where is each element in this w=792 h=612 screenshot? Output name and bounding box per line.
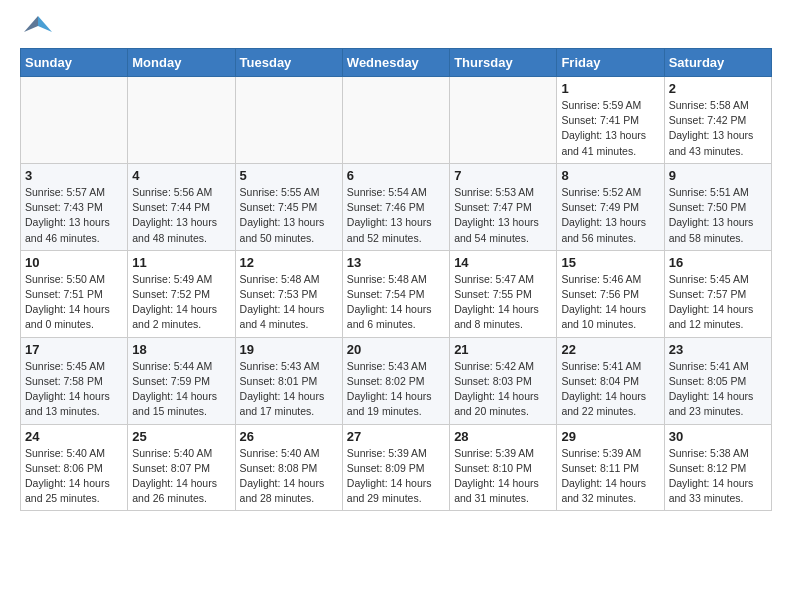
cell-info: Sunrise: 5:48 AM Sunset: 7:54 PM Dayligh…	[347, 272, 445, 333]
cell-info: Sunrise: 5:47 AM Sunset: 7:55 PM Dayligh…	[454, 272, 552, 333]
day-number: 24	[25, 429, 123, 444]
calendar-cell	[21, 77, 128, 164]
day-number: 26	[240, 429, 338, 444]
cell-info: Sunrise: 5:39 AM Sunset: 8:11 PM Dayligh…	[561, 446, 659, 507]
day-number: 27	[347, 429, 445, 444]
calendar-cell: 15Sunrise: 5:46 AM Sunset: 7:56 PM Dayli…	[557, 250, 664, 337]
calendar-cell: 26Sunrise: 5:40 AM Sunset: 8:08 PM Dayli…	[235, 424, 342, 511]
day-number: 22	[561, 342, 659, 357]
day-number: 17	[25, 342, 123, 357]
calendar-cell: 25Sunrise: 5:40 AM Sunset: 8:07 PM Dayli…	[128, 424, 235, 511]
cell-info: Sunrise: 5:39 AM Sunset: 8:09 PM Dayligh…	[347, 446, 445, 507]
calendar-cell: 18Sunrise: 5:44 AM Sunset: 7:59 PM Dayli…	[128, 337, 235, 424]
cell-info: Sunrise: 5:42 AM Sunset: 8:03 PM Dayligh…	[454, 359, 552, 420]
calendar-cell	[450, 77, 557, 164]
weekday-header-saturday: Saturday	[664, 49, 771, 77]
calendar-cell: 20Sunrise: 5:43 AM Sunset: 8:02 PM Dayli…	[342, 337, 449, 424]
calendar-cell: 17Sunrise: 5:45 AM Sunset: 7:58 PM Dayli…	[21, 337, 128, 424]
cell-info: Sunrise: 5:45 AM Sunset: 7:57 PM Dayligh…	[669, 272, 767, 333]
calendar-cell: 30Sunrise: 5:38 AM Sunset: 8:12 PM Dayli…	[664, 424, 771, 511]
day-number: 10	[25, 255, 123, 270]
calendar-cell: 11Sunrise: 5:49 AM Sunset: 7:52 PM Dayli…	[128, 250, 235, 337]
calendar-cell: 16Sunrise: 5:45 AM Sunset: 7:57 PM Dayli…	[664, 250, 771, 337]
calendar-cell: 22Sunrise: 5:41 AM Sunset: 8:04 PM Dayli…	[557, 337, 664, 424]
cell-info: Sunrise: 5:57 AM Sunset: 7:43 PM Dayligh…	[25, 185, 123, 246]
calendar-cell: 2Sunrise: 5:58 AM Sunset: 7:42 PM Daylig…	[664, 77, 771, 164]
calendar-cell: 1Sunrise: 5:59 AM Sunset: 7:41 PM Daylig…	[557, 77, 664, 164]
day-number: 5	[240, 168, 338, 183]
day-number: 7	[454, 168, 552, 183]
weekday-header-wednesday: Wednesday	[342, 49, 449, 77]
day-number: 1	[561, 81, 659, 96]
calendar-cell: 10Sunrise: 5:50 AM Sunset: 7:51 PM Dayli…	[21, 250, 128, 337]
day-number: 11	[132, 255, 230, 270]
calendar-cell: 19Sunrise: 5:43 AM Sunset: 8:01 PM Dayli…	[235, 337, 342, 424]
day-number: 30	[669, 429, 767, 444]
day-number: 12	[240, 255, 338, 270]
day-number: 16	[669, 255, 767, 270]
calendar-cell: 29Sunrise: 5:39 AM Sunset: 8:11 PM Dayli…	[557, 424, 664, 511]
day-number: 19	[240, 342, 338, 357]
cell-info: Sunrise: 5:40 AM Sunset: 8:06 PM Dayligh…	[25, 446, 123, 507]
logo	[20, 20, 52, 40]
cell-info: Sunrise: 5:58 AM Sunset: 7:42 PM Dayligh…	[669, 98, 767, 159]
calendar-cell	[235, 77, 342, 164]
weekday-header-monday: Monday	[128, 49, 235, 77]
day-number: 23	[669, 342, 767, 357]
weekday-header-row: SundayMondayTuesdayWednesdayThursdayFrid…	[21, 49, 772, 77]
cell-info: Sunrise: 5:55 AM Sunset: 7:45 PM Dayligh…	[240, 185, 338, 246]
day-number: 2	[669, 81, 767, 96]
cell-info: Sunrise: 5:40 AM Sunset: 8:08 PM Dayligh…	[240, 446, 338, 507]
cell-info: Sunrise: 5:39 AM Sunset: 8:10 PM Dayligh…	[454, 446, 552, 507]
day-number: 28	[454, 429, 552, 444]
cell-info: Sunrise: 5:43 AM Sunset: 8:02 PM Dayligh…	[347, 359, 445, 420]
calendar-cell: 27Sunrise: 5:39 AM Sunset: 8:09 PM Dayli…	[342, 424, 449, 511]
day-number: 14	[454, 255, 552, 270]
cell-info: Sunrise: 5:38 AM Sunset: 8:12 PM Dayligh…	[669, 446, 767, 507]
calendar-cell: 6Sunrise: 5:54 AM Sunset: 7:46 PM Daylig…	[342, 163, 449, 250]
cell-info: Sunrise: 5:43 AM Sunset: 8:01 PM Dayligh…	[240, 359, 338, 420]
day-number: 8	[561, 168, 659, 183]
day-number: 21	[454, 342, 552, 357]
calendar-cell: 9Sunrise: 5:51 AM Sunset: 7:50 PM Daylig…	[664, 163, 771, 250]
calendar-cell: 8Sunrise: 5:52 AM Sunset: 7:49 PM Daylig…	[557, 163, 664, 250]
cell-info: Sunrise: 5:49 AM Sunset: 7:52 PM Dayligh…	[132, 272, 230, 333]
cell-info: Sunrise: 5:51 AM Sunset: 7:50 PM Dayligh…	[669, 185, 767, 246]
calendar-cell: 23Sunrise: 5:41 AM Sunset: 8:05 PM Dayli…	[664, 337, 771, 424]
cell-info: Sunrise: 5:41 AM Sunset: 8:04 PM Dayligh…	[561, 359, 659, 420]
weekday-header-friday: Friday	[557, 49, 664, 77]
calendar-cell: 7Sunrise: 5:53 AM Sunset: 7:47 PM Daylig…	[450, 163, 557, 250]
weekday-header-sunday: Sunday	[21, 49, 128, 77]
cell-info: Sunrise: 5:48 AM Sunset: 7:53 PM Dayligh…	[240, 272, 338, 333]
day-number: 4	[132, 168, 230, 183]
calendar-cell: 12Sunrise: 5:48 AM Sunset: 7:53 PM Dayli…	[235, 250, 342, 337]
weekday-header-thursday: Thursday	[450, 49, 557, 77]
day-number: 15	[561, 255, 659, 270]
day-number: 13	[347, 255, 445, 270]
day-number: 9	[669, 168, 767, 183]
calendar-cell	[128, 77, 235, 164]
day-number: 29	[561, 429, 659, 444]
cell-info: Sunrise: 5:52 AM Sunset: 7:49 PM Dayligh…	[561, 185, 659, 246]
cell-info: Sunrise: 5:45 AM Sunset: 7:58 PM Dayligh…	[25, 359, 123, 420]
calendar-cell: 4Sunrise: 5:56 AM Sunset: 7:44 PM Daylig…	[128, 163, 235, 250]
calendar-cell: 3Sunrise: 5:57 AM Sunset: 7:43 PM Daylig…	[21, 163, 128, 250]
cell-info: Sunrise: 5:56 AM Sunset: 7:44 PM Dayligh…	[132, 185, 230, 246]
calendar-cell: 5Sunrise: 5:55 AM Sunset: 7:45 PM Daylig…	[235, 163, 342, 250]
cell-info: Sunrise: 5:44 AM Sunset: 7:59 PM Dayligh…	[132, 359, 230, 420]
cell-info: Sunrise: 5:41 AM Sunset: 8:05 PM Dayligh…	[669, 359, 767, 420]
calendar-cell: 14Sunrise: 5:47 AM Sunset: 7:55 PM Dayli…	[450, 250, 557, 337]
week-row-2: 3Sunrise: 5:57 AM Sunset: 7:43 PM Daylig…	[21, 163, 772, 250]
cell-info: Sunrise: 5:46 AM Sunset: 7:56 PM Dayligh…	[561, 272, 659, 333]
calendar-table: SundayMondayTuesdayWednesdayThursdayFrid…	[20, 48, 772, 511]
week-row-3: 10Sunrise: 5:50 AM Sunset: 7:51 PM Dayli…	[21, 250, 772, 337]
cell-info: Sunrise: 5:54 AM Sunset: 7:46 PM Dayligh…	[347, 185, 445, 246]
calendar-cell	[342, 77, 449, 164]
svg-marker-1	[24, 16, 38, 32]
day-number: 20	[347, 342, 445, 357]
day-number: 3	[25, 168, 123, 183]
calendar-cell: 24Sunrise: 5:40 AM Sunset: 8:06 PM Dayli…	[21, 424, 128, 511]
header	[20, 16, 772, 40]
day-number: 6	[347, 168, 445, 183]
week-row-4: 17Sunrise: 5:45 AM Sunset: 7:58 PM Dayli…	[21, 337, 772, 424]
